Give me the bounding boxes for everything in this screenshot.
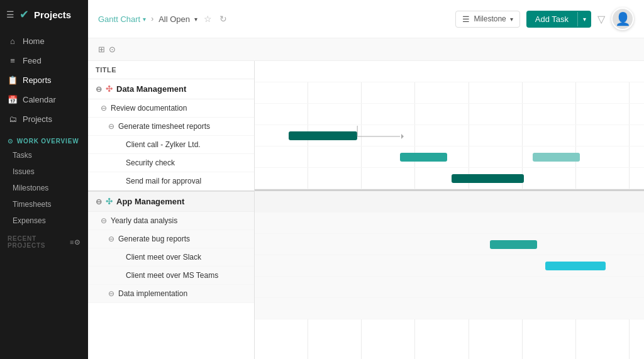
sidebar-sub-timesheets[interactable]: Timesheets bbox=[0, 196, 88, 213]
gantt-row bbox=[255, 146, 644, 168]
gantt-bar-security[interactable] bbox=[289, 131, 357, 140]
task-group-data-management[interactable]: ⊖ ✣ Data Management bbox=[88, 79, 254, 99]
avatar-figure: 👤 bbox=[615, 13, 631, 25]
task-group-app-management[interactable]: ⊖ ✣ App Management bbox=[88, 192, 254, 212]
sidebar-sub-expenses[interactable]: Expenses bbox=[0, 213, 88, 229]
list-item[interactable]: Client meet over Slack bbox=[88, 248, 254, 267]
expand-icon: ⊖ bbox=[101, 216, 107, 225]
sidebar-item-projects[interactable]: 🗂 Projects bbox=[0, 109, 88, 129]
list-item[interactable]: Security check bbox=[88, 154, 254, 172]
sidebar-sub-milestones[interactable]: Milestones bbox=[0, 180, 88, 196]
milestone-button[interactable]: ☰ Milestone ▾ bbox=[455, 11, 519, 28]
gantt-row bbox=[255, 234, 644, 255]
list-item[interactable]: Client call - Zylker Ltd. bbox=[88, 136, 254, 154]
gantt-container: TITLE ⊖ ✣ Data Management ⊖ Review docum… bbox=[88, 61, 644, 359]
star-icon[interactable]: ☆ bbox=[203, 13, 213, 25]
app-title: Projects bbox=[34, 9, 71, 20]
task-label: Client meet over MS Teams bbox=[126, 271, 218, 280]
recent-projects-icon[interactable]: ≡⊙ bbox=[70, 238, 80, 246]
header: Gantt Chart ▾ › All Open ▾ ☆ ↻ ☰ Milesto… bbox=[88, 0, 644, 38]
all-open-chevron-icon: ▾ bbox=[194, 16, 197, 23]
expand-icon: ⊖ bbox=[96, 197, 102, 206]
group-title: Data Management bbox=[116, 84, 186, 94]
sidebar-item-label: Home bbox=[23, 36, 45, 46]
reports-icon: 📋 bbox=[8, 75, 18, 85]
gantt-chart[interactable] bbox=[255, 61, 644, 359]
list-item[interactable]: ⊖ Generate bug reports bbox=[88, 230, 254, 248]
work-overview-section: ⊙ WORK OVERVIEW bbox=[0, 131, 88, 147]
expand-icon: ⊖ bbox=[108, 289, 114, 298]
gantt-row bbox=[255, 104, 644, 125]
calendar-icon: 📅 bbox=[8, 95, 18, 104]
sidebar-navigation: ⌂ Home ≡ Feed 📋 Reports 📅 Calendar 🗂 Pro… bbox=[0, 29, 88, 131]
projects-icon: 🗂 bbox=[8, 114, 18, 124]
gantt-chart-label: Gantt Chart bbox=[98, 14, 140, 24]
gantt-row bbox=[255, 277, 644, 298]
recent-projects-section: RECENT PROJECTS ≡⊙ bbox=[0, 229, 88, 251]
task-list: TITLE ⊖ ✣ Data Management ⊖ Review docum… bbox=[88, 61, 255, 359]
add-task-label: Add Task bbox=[526, 11, 577, 28]
gantt-chart-chevron-icon: ▾ bbox=[143, 16, 146, 23]
list-item[interactable]: Send mail for approval bbox=[88, 172, 254, 191]
main-content: Gantt Chart ▾ › All Open ▾ ☆ ↻ ☰ Milesto… bbox=[88, 0, 644, 359]
sidebar-item-reports[interactable]: 📋 Reports bbox=[0, 70, 88, 90]
sidebar-item-home[interactable]: ⌂ Home bbox=[0, 31, 88, 51]
gantt-row-app-mgmt bbox=[255, 191, 644, 213]
list-item[interactable]: ⊖ Generate timesheet reports bbox=[88, 118, 254, 136]
expand-icon: ⊖ bbox=[101, 104, 107, 113]
sidebar-sub-tasks[interactable]: Tasks bbox=[0, 147, 88, 163]
expand-icon: ⊖ bbox=[108, 235, 114, 243]
task-label: Client meet over Slack bbox=[126, 253, 201, 262]
all-open-button[interactable]: All Open ▾ bbox=[158, 14, 197, 24]
sidebar-item-feed[interactable]: ≡ Feed bbox=[0, 51, 88, 70]
sidebar-item-label: Calendar bbox=[23, 95, 56, 104]
hamburger-icon[interactable]: ☰ bbox=[6, 9, 14, 19]
logo-icon: ✔ bbox=[19, 8, 29, 21]
task-label: Data implementation bbox=[118, 289, 187, 298]
milestone-label: Milestone bbox=[474, 14, 506, 23]
toolbar-grid-icon[interactable]: ⊞ bbox=[98, 45, 105, 54]
expand-icon: ⊖ bbox=[108, 122, 114, 131]
header-right: ☰ Milestone ▾ Add Task ▾ ▽ 👤 bbox=[455, 8, 634, 30]
all-open-label: All Open bbox=[158, 14, 190, 24]
milestone-lines-icon: ☰ bbox=[462, 14, 470, 24]
task-label: Client call - Zylker Ltd. bbox=[126, 140, 201, 149]
work-overview-icon: ⊙ bbox=[8, 138, 13, 145]
list-item[interactable]: ⊖ Review documentation bbox=[88, 99, 254, 118]
toolbar: ⊞ ⊙ bbox=[88, 38, 644, 61]
sidebar-header: ☰ ✔ Projects bbox=[0, 0, 88, 29]
add-task-button[interactable]: Add Task ▾ bbox=[526, 11, 591, 28]
refresh-icon[interactable]: ↻ bbox=[218, 13, 228, 25]
feed-icon: ≡ bbox=[8, 56, 18, 65]
gantt-grid bbox=[255, 61, 644, 359]
sidebar-item-calendar[interactable]: 📅 Calendar bbox=[0, 90, 88, 109]
group-type-icon: ✣ bbox=[106, 84, 113, 94]
list-item[interactable]: ⊖ Yearly data analysis bbox=[88, 212, 254, 230]
list-item[interactable]: Client meet over MS Teams bbox=[88, 267, 254, 285]
avatar[interactable]: 👤 bbox=[611, 8, 634, 30]
list-item[interactable]: ⊖ Data implementation bbox=[88, 285, 254, 303]
task-label: Yearly data analysis bbox=[111, 216, 177, 225]
group-type-icon-green: ✣ bbox=[106, 197, 113, 206]
gantt-row bbox=[255, 213, 644, 234]
task-label: Generate timesheet reports bbox=[118, 122, 210, 131]
task-label: Security check bbox=[126, 158, 175, 167]
gantt-row bbox=[255, 168, 644, 189]
gantt-row-data-mgmt bbox=[255, 61, 644, 82]
gantt-bar-review[interactable] bbox=[452, 174, 525, 183]
sidebar: ☰ ✔ Projects ⌂ Home ≡ Feed 📋 Reports 📅 C… bbox=[0, 0, 88, 359]
gantt-bar-bugs[interactable] bbox=[545, 262, 605, 270]
filter-icon[interactable]: ▽ bbox=[597, 13, 605, 25]
group-title: App Management bbox=[116, 197, 184, 206]
add-task-dropdown-icon[interactable]: ▾ bbox=[577, 12, 591, 26]
sidebar-sub-issues[interactable]: Issues bbox=[0, 163, 88, 180]
gantt-chart-button[interactable]: Gantt Chart ▾ bbox=[98, 14, 146, 24]
gantt-bar-send2[interactable] bbox=[533, 153, 580, 162]
expand-icon: ⊖ bbox=[96, 85, 102, 94]
gantt-bar-send1[interactable] bbox=[400, 153, 447, 162]
toolbar-expand-icon[interactable]: ⊙ bbox=[109, 45, 116, 54]
task-list-header: TITLE bbox=[88, 61, 254, 79]
gantt-bar-yearly[interactable] bbox=[490, 240, 537, 249]
task-label: Generate bug reports bbox=[118, 235, 190, 243]
sidebar-item-label: Projects bbox=[23, 114, 52, 124]
